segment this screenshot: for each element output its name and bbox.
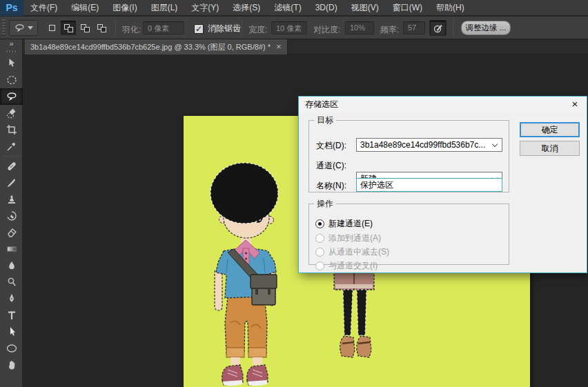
quick-selection-tool[interactable] [0, 105, 23, 121]
feather-label: 羽化: [122, 24, 141, 36]
radio-subtract-from-channel: 从通道中减去(S) [315, 246, 389, 257]
options-bar: 羽化: 0 像素 ✓ 消除锯齿 宽度: 10 像素 对比度: 10% 频率: 5… [0, 17, 588, 39]
new-selection-button[interactable] [44, 21, 59, 35]
menu-filter[interactable]: 滤镜(T) [267, 0, 308, 16]
contrast-label: 对比度: [313, 24, 340, 36]
contrast-input[interactable]: 10% [345, 21, 374, 34]
dialog-close-icon[interactable]: × [563, 97, 587, 112]
radio-button-icon [315, 219, 324, 228]
destination-group-label: 目标 [314, 115, 336, 126]
brush-tool[interactable] [0, 175, 23, 191]
hand-tool[interactable] [0, 357, 23, 373]
document-tab-bar: 3b1a48e89ce14cd99ffbd536b7cb625e.jpg @ 3… [23, 39, 588, 54]
save-selection-dialog: 存储选区 × 目标 文档(D): 3b1a48e89ce14cd99ffbd53… [298, 96, 587, 273]
options-bar-grip[interactable] [2, 19, 5, 36]
separator [3, 156, 20, 157]
dodge-tool[interactable] [0, 274, 23, 290]
frequency-input[interactable]: 57 [403, 21, 425, 34]
subtract-from-selection-button[interactable] [77, 21, 92, 35]
history-brush-tool[interactable] [0, 208, 23, 224]
character-boy [210, 163, 278, 386]
operation-group-label: 操作 [314, 198, 336, 210]
refine-edge-button[interactable]: 调整边缘 ... [461, 21, 511, 35]
menu-select[interactable]: 选择(S) [226, 0, 267, 16]
destination-group: 目标 文档(D): 3b1a48e89ce14cd99ffbd536b7c...… [308, 115, 509, 192]
dialog-title: 存储选区 [305, 99, 338, 109]
tablet-pressure-button[interactable] [429, 20, 447, 36]
document-select[interactable]: 3b1a48e89ce14cd99ffbd536b7c... [356, 138, 502, 152]
radio-new-channel[interactable]: 新建通道(E) [315, 218, 373, 229]
menu-help[interactable]: 帮助(H) [429, 0, 471, 16]
intersect-selection-button[interactable] [94, 21, 109, 35]
channel-label: 通道(C): [316, 159, 346, 172]
checkbox-check-icon: ✓ [194, 24, 204, 34]
operation-group: 操作 新建通道(E) 添加到通道(A) 从通道中减去(S) 与通道交叉(I) [308, 198, 509, 265]
selection-mode-buttons [44, 21, 109, 35]
pen-pressure-icon [433, 23, 444, 34]
separator [453, 20, 453, 36]
chevron-down-icon [492, 141, 498, 147]
path-selection-tool[interactable] [0, 324, 23, 340]
menu-file[interactable]: 文件(F) [23, 0, 64, 16]
document-tab[interactable]: 3b1a48e89ce14cd99ffbd536b7cb625e.jpg @ 3… [25, 39, 288, 54]
radio-button-icon [315, 248, 324, 257]
radio-intersect-with-channel: 与通道交叉(I) [315, 260, 378, 271]
crop-tool[interactable] [0, 121, 23, 138]
eraser-tool[interactable] [0, 224, 23, 241]
antialias-checkbox[interactable]: ✓ 消除锯齿 [194, 23, 241, 34]
frequency-label: 频率: [380, 24, 399, 36]
document-tab-title: 3b1a48e89ce14cd99ffbd536b7cb625e.jpg @ 3… [30, 39, 271, 54]
antialias-label: 消除锯齿 [208, 23, 241, 34]
separator [242, 20, 242, 36]
elliptical-marquee-tool[interactable] [0, 72, 23, 88]
width-label: 宽度: [248, 24, 267, 36]
radio-button-icon [315, 261, 324, 270]
gradient-tool[interactable] [0, 241, 23, 257]
ok-button[interactable]: 确定 [520, 122, 580, 137]
pen-tool[interactable] [0, 290, 23, 307]
collapse-panel-icon[interactable]: » [0, 39, 22, 49]
blur-tool[interactable] [0, 257, 23, 274]
name-label: 名称(N): [316, 179, 346, 192]
selection-name-input[interactable] [356, 178, 502, 192]
type-tool[interactable] [0, 307, 23, 324]
character-2-legs [334, 266, 374, 357]
cancel-button[interactable]: 取消 [520, 141, 580, 156]
ellipse-tool[interactable] [0, 340, 23, 357]
document-label: 文档(D): [316, 139, 346, 152]
chevron-down-icon [28, 26, 33, 30]
eyedropper-tool[interactable] [0, 138, 23, 155]
width-input[interactable]: 10 像素 [271, 21, 307, 34]
feather-input[interactable]: 0 像素 [143, 21, 184, 34]
document-select-value: 3b1a48e89ce14cd99ffbd536b7c... [360, 140, 485, 150]
spot-healing-brush-tool[interactable] [0, 158, 23, 175]
photoshop-logo: Ps [0, 0, 23, 16]
tool-panel: » [0, 39, 23, 387]
menu-type[interactable]: 文字(Y) [184, 0, 226, 16]
tool-panel-grip[interactable] [6, 50, 17, 52]
magnetic-lasso-icon [14, 22, 26, 34]
separator [115, 20, 116, 36]
tab-close-icon[interactable]: × [276, 39, 282, 54]
radio-add-to-channel: 添加到通道(A) [315, 232, 381, 244]
menu-image[interactable]: 图像(I) [106, 0, 144, 16]
menu-3d[interactable]: 3D(D) [308, 0, 344, 16]
menu-view[interactable]: 视图(V) [344, 0, 386, 16]
menu-layer[interactable]: 图层(L) [144, 0, 185, 16]
menu-bar: Ps 文件(F) 编辑(E) 图像(I) 图层(L) 文字(Y) 选择(S) 滤… [0, 0, 588, 16]
add-to-selection-button[interactable] [61, 21, 76, 35]
photoshop-window: Ps 文件(F) 编辑(E) 图像(I) 图层(L) 文字(Y) 选择(S) 滤… [0, 0, 588, 387]
magnetic-lasso-tool[interactable] [0, 88, 23, 105]
tool-preset-button[interactable] [9, 20, 38, 36]
clone-stamp-tool[interactable] [0, 191, 23, 208]
menu-window[interactable]: 窗口(W) [386, 0, 429, 16]
radio-button-icon [315, 234, 324, 243]
dialog-title-bar[interactable]: 存储选区 [299, 97, 587, 112]
move-tool[interactable] [0, 55, 23, 72]
menu-edit[interactable]: 编辑(E) [64, 0, 106, 16]
